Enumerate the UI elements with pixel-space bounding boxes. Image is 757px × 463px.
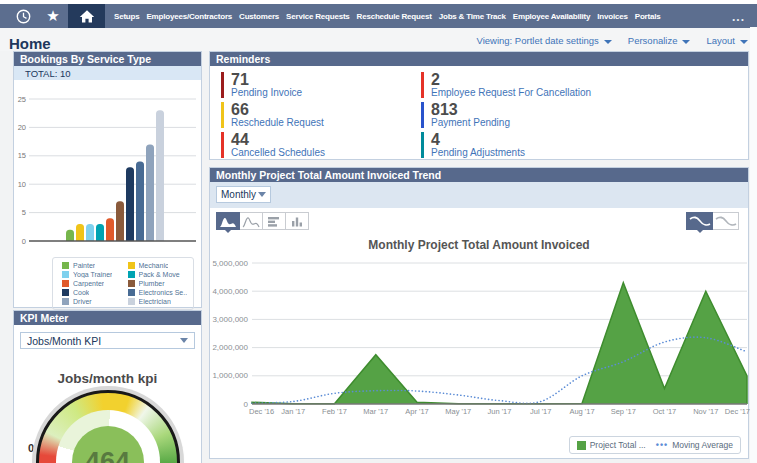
reminder-count: 4 (431, 132, 748, 147)
bar-driver[interactable] (146, 144, 154, 241)
panel-title: Bookings By Service Type (14, 52, 201, 66)
reminder-count: 813 (431, 102, 748, 117)
reminder-link[interactable]: Payment Pending (431, 118, 748, 128)
chevron-down-icon (682, 40, 690, 44)
bar-electronics-se-[interactable] (136, 161, 144, 241)
chevron-down-icon (180, 338, 188, 343)
legend-item: Yoga Trainer (62, 270, 128, 279)
svg-text:Dec '16: Dec '16 (249, 407, 274, 416)
kpi-select[interactable]: Jobs/Month KPI (20, 332, 195, 349)
svg-text:0: 0 (244, 400, 249, 409)
chart-legend: Project Total ... ••• Moving Average (569, 436, 741, 454)
nav-item-reschedule-request[interactable]: Reschedule Request (357, 12, 432, 21)
bar-mechanic[interactable] (76, 224, 84, 241)
bar-plumber[interactable] (116, 201, 124, 241)
svg-text:Jun '17: Jun '17 (488, 407, 512, 416)
chart-type-toolbar (210, 208, 748, 235)
legend-label: Project Total ... (590, 440, 646, 450)
legend-swatch (577, 441, 586, 450)
svg-text:4,000,000: 4,000,000 (212, 287, 248, 296)
trend-toggle-off-button[interactable] (712, 212, 739, 230)
reminder-count: 71 (231, 72, 421, 87)
legend-item: Electrician (128, 297, 194, 306)
svg-text:3,000,000: 3,000,000 (212, 315, 248, 324)
legend-item: Painter (62, 261, 128, 270)
kpi-gauge: 0 464 (14, 390, 201, 463)
svg-text:Mar '17: Mar '17 (363, 407, 388, 416)
favorites-star-icon[interactable]: ★ (38, 4, 68, 28)
nav-item-jobs-time-track[interactable]: Jobs & Time Track (439, 12, 506, 21)
nav-item-service-requests[interactable]: Service Requests (286, 12, 350, 21)
reminder-item: 4Pending Adjustments (421, 132, 748, 158)
reminder-link[interactable]: Reschedule Request (231, 118, 421, 128)
nav-item-invoices[interactable]: Invoices (597, 12, 627, 21)
legend-item: Mechanic (128, 261, 194, 270)
nav-item-employees-contractors[interactable]: Employees/Contractors (146, 12, 232, 21)
line-chart-button[interactable] (239, 212, 263, 230)
bar-painter[interactable] (66, 230, 74, 241)
horizontal-bar-chart-button[interactable] (262, 212, 286, 230)
trend-toggle-on-button[interactable] (686, 212, 713, 230)
reminders-panel: Reminders 71Pending Invoice2Employee Req… (209, 51, 749, 160)
chart-title: Monthly Project Total Amount Invoiced (210, 238, 748, 252)
reminder-item: 2Employee Request For Cancellation (421, 72, 748, 98)
chevron-down-icon (258, 192, 266, 197)
reminder-link[interactable]: Cancelled Schedules (231, 148, 421, 158)
nav-item-portals[interactable]: Portals (635, 12, 661, 21)
column-chart-button[interactable] (285, 212, 309, 230)
reminder-count: 66 (231, 102, 421, 117)
svg-text:2,000,000: 2,000,000 (212, 343, 248, 352)
svg-text:25: 25 (18, 95, 26, 104)
reminder-item: 44Cancelled Schedules (221, 132, 421, 158)
legend-item: Plumber (128, 279, 194, 288)
legend-item: Cook (62, 288, 128, 297)
bar-cook[interactable] (126, 167, 134, 241)
bar-yoga-trainer[interactable] (86, 224, 94, 241)
kpi-meter-panel: KPI Meter Jobs/Month KPI Jobs/month kpi … (13, 310, 202, 463)
bar-carpenter[interactable] (106, 218, 114, 241)
nav-item-customers[interactable]: Customers (239, 12, 279, 21)
panel-title: KPI Meter (14, 311, 201, 325)
panel-title: Reminders (210, 52, 748, 66)
page-header: Home Viewing: Portlet date settings Pers… (0, 28, 757, 51)
period-select[interactable]: Monthly (216, 186, 271, 203)
more-menu-button[interactable]: ... (732, 4, 745, 29)
invoiced-trend-chart: 01,000,0002,000,0003,000,0004,000,0005,0… (210, 253, 750, 421)
nav-item-setups[interactable]: Setups (114, 12, 139, 21)
svg-text:5: 5 (22, 208, 26, 217)
gauge-dial: 464 (36, 390, 180, 463)
area-chart-button[interactable] (216, 212, 240, 230)
panel-title: Monthly Project Total Amount Invoiced Tr… (210, 168, 748, 182)
bar-pack-move[interactable] (96, 224, 104, 241)
svg-text:Oct '17: Oct '17 (653, 407, 677, 416)
gauge-min-label: 0 (28, 442, 34, 454)
nav-item-employee-availability[interactable]: Employee Availability (513, 12, 590, 21)
svg-text:Dec '17: Dec '17 (725, 407, 750, 416)
bar-electrician[interactable] (156, 110, 164, 241)
gauge-title: Jobs/month kpi (14, 371, 201, 386)
home-icon[interactable] (68, 4, 105, 28)
reminder-link[interactable]: Employee Request For Cancellation (431, 88, 748, 98)
legend-item: Pack & Move (128, 270, 194, 279)
dashboard-page: ★ SetupsEmployees/ContractorsCustomersSe… (0, 0, 757, 463)
bookings-by-service-type-panel: Bookings By Service Type TOTAL: 10 05101… (13, 51, 202, 308)
reminder-link[interactable]: Pending Invoice (231, 88, 421, 98)
layout-dropdown[interactable]: Layout (706, 35, 748, 46)
svg-text:Feb '17: Feb '17 (322, 407, 347, 416)
chevron-down-icon (740, 40, 748, 44)
reminder-item: 813Payment Pending (421, 102, 748, 128)
svg-text:Jan '17: Jan '17 (281, 407, 305, 416)
svg-text:Aug '17: Aug '17 (569, 407, 594, 416)
history-icon[interactable] (8, 4, 38, 28)
viewing-dropdown[interactable]: Viewing: Portlet date settings (476, 35, 611, 46)
page-title: Home (9, 35, 51, 52)
chevron-down-icon (604, 40, 612, 44)
reminder-count: 2 (431, 72, 748, 87)
personalize-dropdown[interactable]: Personalize (628, 35, 691, 46)
reminder-link[interactable]: Pending Adjustments (431, 148, 748, 158)
reminder-item: 71Pending Invoice (221, 72, 421, 98)
bookings-legend: PainterYoga TrainerCarpenterCookDriverMe… (52, 257, 194, 310)
period-select-row: Monthly (210, 182, 748, 208)
reminder-count: 44 (231, 132, 421, 147)
legend-item: Carpenter (62, 279, 128, 288)
